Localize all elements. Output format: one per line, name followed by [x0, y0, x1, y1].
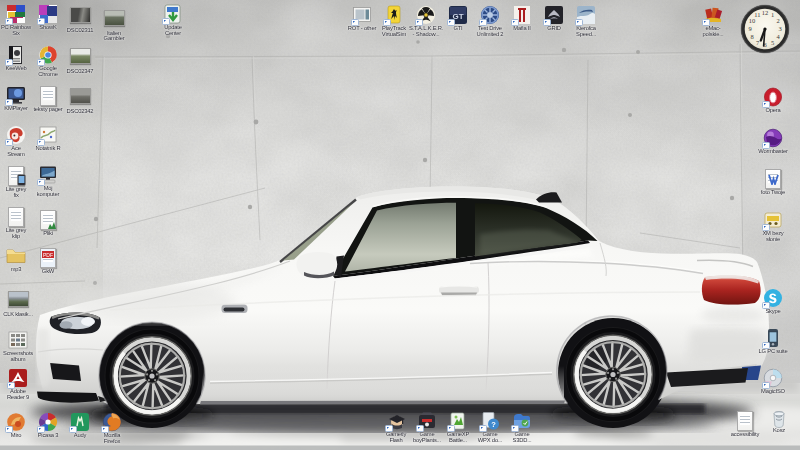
svg-text:11: 11: [754, 11, 760, 18]
svg-text:?: ?: [491, 420, 496, 429]
svg-text:5: 5: [771, 39, 774, 46]
svg-text:3: 3: [778, 25, 781, 32]
svg-text:8: 8: [750, 33, 753, 40]
svg-text:12: 12: [762, 9, 769, 16]
svg-text:PDF: PDF: [43, 252, 53, 258]
svg-text:1: 1: [771, 11, 774, 18]
svg-text:9: 9: [748, 25, 751, 32]
svg-text:2: 2: [776, 17, 779, 24]
